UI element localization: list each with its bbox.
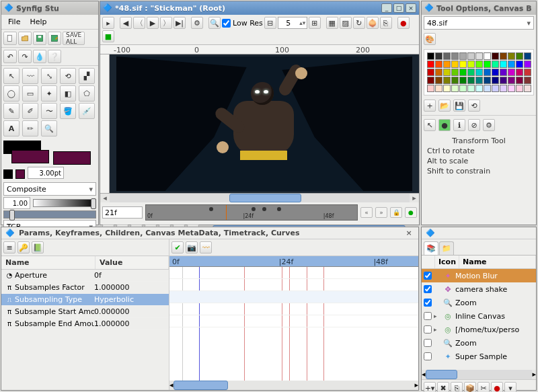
timetrack-toggle-button[interactable]: ✔ [171, 241, 184, 253]
layer-dup-button[interactable]: ⎘ [451, 382, 463, 392]
layer-name[interactable]: Motion Blur [455, 272, 534, 280]
palette-swatch[interactable] [459, 61, 467, 68]
palette-swatch[interactable] [508, 69, 515, 76]
palette-add-button[interactable]: + [424, 100, 436, 112]
layer-menu-button[interactable]: ▾ [504, 382, 516, 392]
palette-swatch[interactable] [492, 52, 499, 60]
expand-icon[interactable]: ▸ [434, 313, 440, 319]
vertical-ruler[interactable] [100, 54, 110, 193]
layer-visible-checkbox[interactable] [424, 325, 432, 334]
layer-remove-button[interactable]: ✖ [437, 382, 449, 392]
palette-swatch[interactable] [484, 61, 491, 68]
layer-name[interactable]: Super Sample [455, 352, 534, 361]
caret-menu-button[interactable]: ▸ [102, 17, 114, 29]
palette-swatch[interactable] [475, 52, 483, 60]
opacity-input[interactable] [3, 197, 30, 209]
palette-swatch[interactable] [484, 85, 491, 92]
palette-swatch[interactable] [524, 77, 531, 84]
canvas-selector[interactable]: 48.sif [424, 16, 534, 30]
palette-swatch[interactable] [492, 77, 499, 84]
lowres-checkbox[interactable]: Low Res [222, 17, 263, 29]
render-button[interactable]: ⚙ [191, 17, 203, 29]
palette-swatch[interactable] [427, 85, 434, 92]
palette-swatch[interactable] [516, 69, 523, 76]
params-tab1-button[interactable]: ≡ [3, 241, 15, 253]
cancel-button[interactable]: ⊘ [468, 119, 480, 131]
blend-mode-select[interactable]: Composite [3, 182, 96, 196]
palette-swatch[interactable] [484, 52, 491, 60]
palette-swatch[interactable] [427, 61, 434, 68]
layers-hscroll[interactable]: ◂ ▸ [422, 370, 536, 379]
param-value[interactable]: 1.000000 [94, 319, 166, 328]
quality-inc-button[interactable]: ⊞ [309, 17, 321, 29]
layer-raise-button[interactable]: ● [491, 382, 503, 392]
palette-swatch[interactable] [492, 69, 499, 76]
scale-tool[interactable]: ⤡ [41, 68, 57, 84]
palette-swatch[interactable] [459, 52, 467, 60]
text-tool[interactable]: A [3, 120, 20, 136]
horizontal-ruler[interactable]: -100 0 100 200 [100, 45, 419, 54]
layer-row[interactable]: 🔍Zoom [422, 336, 536, 350]
onion-button[interactable]: 🧅 [367, 17, 379, 29]
maximize-button[interactable]: □ [393, 3, 404, 13]
col-icon-header[interactable]: Icon [435, 256, 459, 268]
palette-swatch[interactable] [492, 85, 499, 92]
params-close-button[interactable]: × [404, 229, 414, 237]
palette-swatch[interactable] [435, 69, 443, 76]
layer-visible-checkbox[interactable] [424, 352, 432, 360]
quality-dec-button[interactable]: ⊟ [264, 17, 276, 29]
stop-button[interactable]: ■ [102, 30, 114, 42]
palette-swatch[interactable] [508, 77, 515, 84]
palette-tab-button[interactable]: 🎨 [424, 33, 436, 45]
palette-swatch[interactable] [451, 52, 459, 60]
col-name-header[interactable]: Name [1, 256, 95, 269]
grid-snap-button[interactable]: ▨ [340, 17, 352, 29]
palette-swatch[interactable] [451, 69, 459, 76]
scroll-thumb[interactable] [229, 194, 301, 202]
palette-swatch[interactable] [443, 69, 451, 76]
palette-swatch[interactable] [484, 77, 491, 84]
play-button[interactable]: ▶ [147, 17, 159, 29]
layer-name[interactable]: [/home/tux/perso [455, 325, 534, 334]
palette-save-button[interactable]: 💾 [453, 100, 465, 112]
time-input[interactable] [102, 206, 143, 219]
saveas-button[interactable] [48, 32, 61, 45]
grid-show-button[interactable]: ▦ [326, 17, 338, 29]
palette-swatch[interactable] [500, 61, 507, 68]
palette-swatch[interactable] [500, 69, 507, 76]
palette-swatch[interactable] [475, 69, 483, 76]
params-tab2-button[interactable]: 🔑 [17, 241, 30, 253]
layer-name[interactable]: Zoom [455, 339, 534, 348]
palette-swatch[interactable] [475, 85, 483, 92]
palette-swatch[interactable] [516, 77, 523, 84]
layer-name[interactable]: camera shake [455, 285, 534, 294]
timetrack-curves-button[interactable]: 〰 [200, 241, 212, 253]
palette-swatch[interactable] [516, 61, 523, 68]
palette-swatch[interactable] [524, 52, 531, 60]
palette-swatch[interactable] [451, 61, 459, 68]
layer-group-button[interactable]: 📦 [464, 382, 476, 392]
param-value[interactable]: 0.000000 [94, 307, 166, 316]
undo-button[interactable]: ↶ [3, 50, 17, 63]
palette-swatch[interactable] [459, 69, 467, 76]
info-button[interactable]: ℹ [453, 119, 465, 131]
menu-file[interactable]: File [4, 16, 24, 28]
palette-swatch[interactable] [435, 85, 443, 92]
layer-row[interactable]: 🔍Zoom [422, 296, 536, 309]
palette-swatch[interactable] [435, 61, 443, 68]
layer-row[interactable]: ✦Motion Blur [422, 269, 536, 282]
palette-swatch[interactable] [427, 77, 434, 84]
nav-last-button[interactable]: ▶| [174, 17, 186, 29]
palette-swatch[interactable] [475, 77, 483, 84]
menu-help[interactable]: Help [26, 16, 50, 28]
timetrack-body[interactable] [169, 267, 418, 381]
save-all-button[interactable]: SAVE ALL [63, 32, 85, 45]
param-value[interactable]: Hyperbolic [94, 295, 166, 304]
groups-tab[interactable]: 📁 [439, 241, 454, 255]
layer-cut-button[interactable]: ✂ [477, 382, 490, 392]
sketch-tool[interactable]: ✏ [22, 120, 38, 136]
timebar[interactable]: 0f |24f |48f [145, 204, 358, 221]
palette-swatch[interactable] [524, 69, 531, 76]
palette-swatch[interactable] [475, 61, 483, 68]
scroll-right-icon[interactable]: ▸ [410, 194, 419, 202]
